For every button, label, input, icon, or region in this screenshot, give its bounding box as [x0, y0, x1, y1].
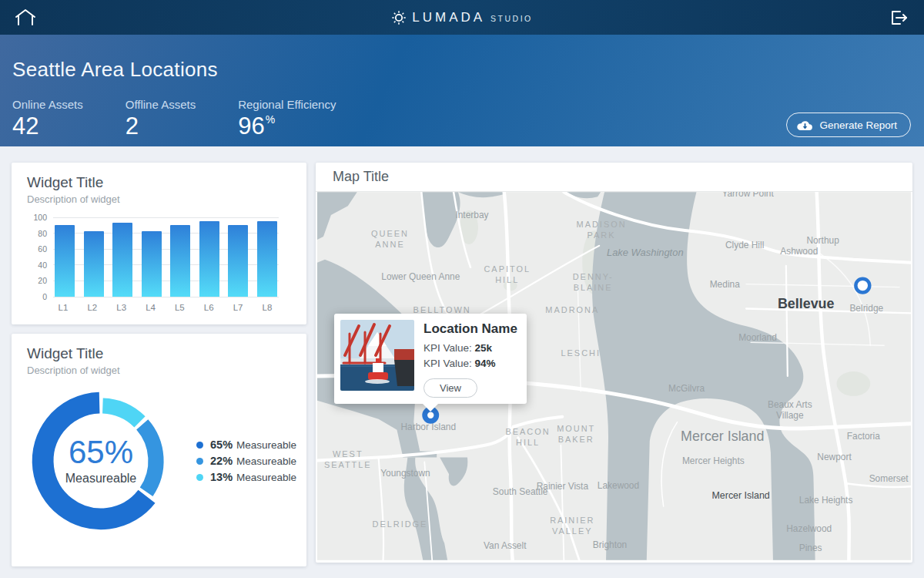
bar[interactable] [112, 223, 132, 297]
bar-chart-bars [55, 217, 277, 297]
brand-name: LUMADA [412, 10, 485, 25]
location-photo [340, 320, 414, 391]
donut-center-value: 65% [69, 436, 133, 469]
bar[interactable] [84, 231, 104, 297]
logout-icon[interactable] [886, 7, 912, 29]
y-tick-label: 20 [38, 276, 47, 285]
map-label: RAINIERVALLEY [550, 516, 594, 536]
donut-center: 65% Measureable [27, 387, 175, 535]
x-tick-label: L7 [228, 303, 248, 312]
donut-center-label: Measureable [65, 472, 137, 486]
popup-kpis: KPI Value: 25kKPI Value: 94% [424, 342, 521, 369]
bar-chart-yaxis: 100806040200 [28, 217, 53, 297]
map-label: DENNY-BLAINE [573, 272, 614, 292]
stat: Online Assets42 [12, 98, 83, 140]
stat-value: 96% [238, 113, 336, 140]
map-label: Hazelwood [786, 523, 832, 534]
map-label: Belridge [849, 303, 883, 314]
map-label: Medina [710, 279, 740, 290]
bar[interactable] [199, 221, 219, 297]
map-label: Rainier Vista [537, 481, 589, 492]
bar-column [112, 217, 132, 297]
bar-column [257, 217, 277, 297]
donut-chart: 65% Measureable [27, 387, 175, 535]
bar[interactable] [142, 231, 162, 297]
bar-chart-xlabels: L1L2L3L4L5L6L7L8 [53, 303, 277, 312]
bellevue-marker[interactable] [855, 279, 869, 293]
popup-view-button[interactable]: View [424, 378, 477, 398]
map-label: Van Asselt [484, 540, 527, 551]
bar-chart: 100806040200 [28, 217, 279, 297]
widget-title: Widget Title [27, 345, 291, 362]
map-label: Factoria [847, 431, 880, 442]
legend-value: 22% [210, 455, 233, 467]
bar[interactable] [170, 225, 190, 297]
bar-column [84, 217, 104, 297]
stat-label: Online Assets [12, 98, 83, 111]
map-label: Newport [817, 452, 852, 462]
map-widget: Map Title [316, 163, 912, 563]
y-tick-label: 80 [38, 229, 47, 238]
y-tick-label: 0 [42, 292, 47, 301]
map-canvas[interactable]: InterbayQUEENANNEMADISONPARKLower Queen … [317, 192, 911, 560]
map-label: Mercer Island [712, 490, 770, 501]
popup-kpi-row: KPI Value: 25k [424, 342, 521, 354]
stat-label: Regional Efficiency [238, 98, 336, 111]
map-label: Lake Heights [799, 495, 853, 506]
generate-report-button[interactable]: Generate Report [786, 113, 911, 137]
stat: Regional Efficiency96% [238, 98, 336, 140]
popup-kpi-row: KPI Value: 94% [424, 358, 521, 369]
x-tick-label: L1 [53, 303, 73, 312]
map-label: Moorland [738, 332, 777, 343]
y-tick-label: 40 [38, 260, 47, 270]
map-label: Brighton [593, 539, 627, 550]
legend-item: 22%Measureable [196, 455, 296, 467]
legend-value: 13% [210, 471, 233, 483]
popup-location-name: Location Name [424, 321, 521, 337]
legend-label: Measureable [236, 472, 296, 483]
legend-label: Measureable [236, 439, 296, 451]
map-label: Northup [806, 235, 839, 246]
brand-suffix: STUDIO [490, 14, 533, 23]
widget-description: Description of widget [27, 365, 291, 376]
legend-value: 65% [210, 439, 233, 451]
legend-item: 13%Measureable [196, 471, 296, 483]
bar[interactable] [257, 221, 277, 297]
x-tick-label: L5 [169, 303, 189, 312]
widget-description: Description of widget [27, 193, 291, 205]
donut-chart-widget: Widget Title Description of widget 65% M… [12, 334, 306, 566]
map-label: Youngstown [380, 468, 430, 479]
legend-label: Measureable [236, 455, 296, 467]
map-label: Clyde Hill [725, 240, 764, 250]
map-label: Lake Washington [607, 247, 684, 258]
page-header: Seattle Area Locations Online Assets42Of… [0, 35, 924, 146]
map-label: Pines [799, 543, 822, 553]
x-tick-label: L2 [82, 303, 102, 312]
donut-legend: 65%Measureable22%Measureable13%Measureab… [196, 435, 296, 487]
bar-column [228, 217, 248, 297]
bar-column [142, 217, 162, 297]
map-label: Lower Queen Anne [381, 271, 460, 282]
bar-column [199, 217, 219, 297]
x-tick-label: L6 [199, 303, 219, 312]
location-popup: Location Name KPI Value: 25kKPI Value: 9… [334, 314, 527, 404]
map-label: Yarrow Point [721, 192, 774, 199]
generate-report-label: Generate Report [819, 119, 897, 131]
map-label: Bellevue [778, 296, 835, 311]
map-label: Mercer Island [681, 428, 764, 444]
bar[interactable] [228, 225, 248, 297]
bar-chart-plot [53, 217, 279, 297]
stat: Offline Assets2 [126, 98, 196, 140]
legend-dot [196, 442, 203, 449]
top-navigation-bar: LUMADA STUDIO [0, 0, 924, 35]
page-title: Seattle Area Locations [12, 58, 218, 82]
bar-chart-widget: Widget Title Description of widget 10080… [12, 163, 306, 324]
map-label: Lakewood [598, 480, 639, 491]
map-label: MADRONA [545, 305, 599, 314]
bar[interactable] [55, 225, 75, 297]
y-tick-label: 100 [33, 213, 47, 222]
map-label: Somerset [869, 473, 909, 484]
map-label: Ashwood [780, 246, 818, 257]
map-label: Interbay [455, 210, 488, 220]
map-label: DELRIDGE [373, 519, 428, 529]
